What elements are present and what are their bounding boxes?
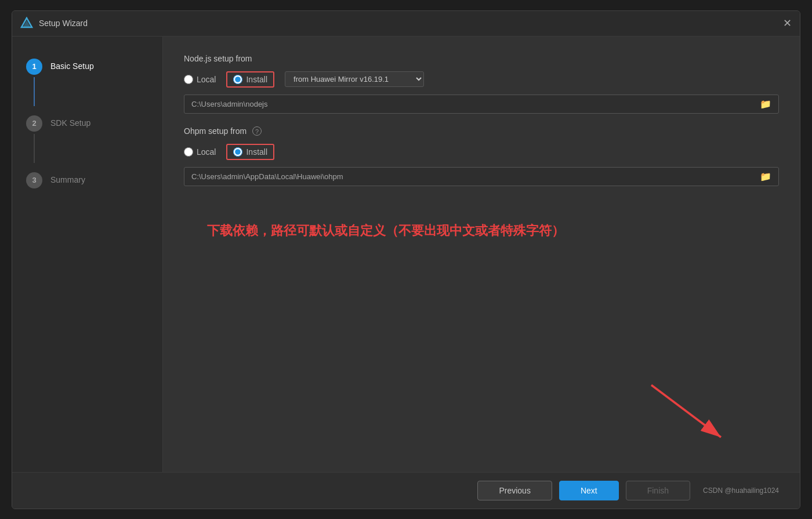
nodejs-install-radio[interactable] [233, 75, 242, 84]
step-1-circle: 1 [26, 59, 42, 75]
nodejs-path-row: C:\Users\admin\nodejs 📁 [184, 95, 779, 114]
step-2-circle: 2 [26, 115, 42, 132]
ohpm-path-row: C:\Users\admin\AppData\Local\Huawei\ohpm… [184, 167, 779, 186]
svg-line-2 [651, 385, 721, 437]
red-arrow [640, 379, 733, 449]
ohpm-section-title: Ohpm setup from ? [184, 126, 779, 136]
nodejs-section-title: Node.js setup from [184, 54, 779, 63]
ohpm-install-option[interactable]: Install [226, 144, 274, 160]
step-2-connector [34, 134, 35, 163]
nodejs-local-option[interactable]: Local [184, 75, 216, 84]
sidebar-step-1[interactable]: 1 Basic Setup [12, 54, 162, 111]
ohpm-local-radio[interactable] [184, 147, 193, 157]
ohpm-section: Ohpm setup from ? Local Install C:\Users… [184, 126, 779, 199]
sidebar: 1 Basic Setup 2 SDK Setup [12, 37, 163, 472]
previous-button[interactable]: Previous [477, 481, 552, 500]
ohpm-radio-row: Local Install [184, 144, 779, 160]
step-1-label: Basic Setup [50, 59, 94, 71]
step-1-number-wrap: 1 [26, 59, 42, 106]
step-2-label: SDK Setup [50, 115, 90, 128]
sidebar-step-2[interactable]: 2 SDK Setup [12, 111, 162, 168]
step-3-label: Summary [50, 172, 85, 184]
sidebar-step-3[interactable]: 3 Summary [12, 168, 162, 193]
nodejs-section: Node.js setup from Local Install from Hu… [184, 54, 779, 126]
nodejs-folder-icon[interactable]: 📁 [760, 99, 771, 110]
app-logo [20, 17, 33, 30]
ohpm-path-text: C:\Users\admin\AppData\Local\Huawei\ohpm [191, 172, 760, 181]
annotation-area: 下载依赖，路径可默认或自定义（不要出现中文或者特殊字符） [184, 199, 779, 460]
ohpm-help-icon[interactable]: ? [252, 126, 262, 136]
main-panel: Node.js setup from Local Install from Hu… [163, 37, 800, 472]
close-button[interactable]: ✕ [783, 17, 792, 30]
nodejs-install-option[interactable]: Install [226, 71, 274, 88]
step-3-number-wrap: 3 [26, 172, 42, 188]
setup-wizard-window: Setup Wizard ✕ 1 Basic Setup 2 [12, 10, 800, 509]
annotation-text: 下载依赖，路径可默认或自定义（不要出现中文或者特殊字符） [207, 222, 779, 239]
title-bar: Setup Wizard ✕ [12, 11, 800, 37]
ohpm-folder-icon[interactable]: 📁 [760, 171, 771, 182]
window-title: Setup Wizard [39, 19, 783, 28]
next-button[interactable]: Next [559, 481, 619, 500]
nodejs-radio-row: Local Install from Huawei Mirror v16.19.… [184, 71, 779, 88]
nodejs-local-radio[interactable] [184, 75, 193, 84]
nodejs-mirror-dropdown[interactable]: from Huawei Mirror v16.19.1 from Officia… [285, 71, 424, 87]
nodejs-path-text: C:\Users\admin\nodejs [191, 100, 760, 108]
step-3-circle: 3 [26, 172, 42, 188]
ohpm-local-option[interactable]: Local [184, 147, 216, 157]
step-1-connector [34, 77, 35, 106]
watermark-text: CSDN @huahailing1024 [703, 487, 779, 495]
step-2-number-wrap: 2 [26, 115, 42, 163]
footer: Previous Next Finish CSDN @huahailing102… [12, 472, 800, 509]
finish-button: Finish [626, 481, 690, 500]
ohpm-install-radio[interactable] [233, 147, 242, 157]
